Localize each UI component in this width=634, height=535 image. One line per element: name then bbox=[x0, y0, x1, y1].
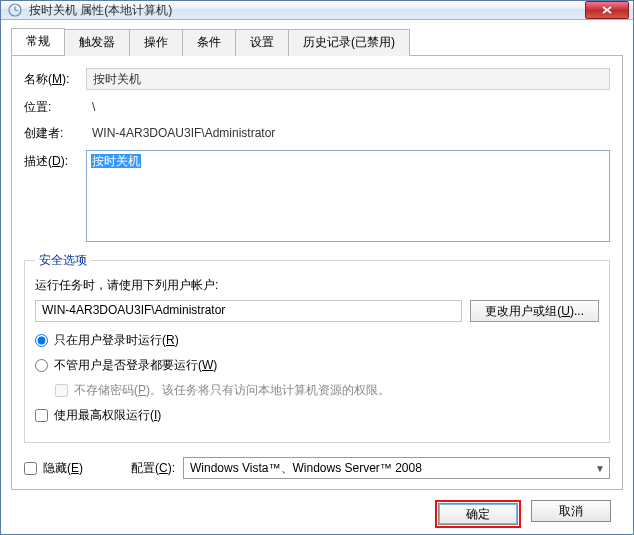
ok-button-highlight: 确定 bbox=[435, 500, 521, 528]
svg-line-2 bbox=[15, 10, 18, 11]
tab-triggers[interactable]: 触发器 bbox=[64, 29, 130, 56]
window-title: 按时关机 属性(本地计算机) bbox=[29, 2, 585, 19]
highest-privileges-label: 使用最高权限运行(I) bbox=[54, 407, 161, 424]
run-only-logged-on-input[interactable] bbox=[35, 334, 48, 347]
no-store-password-checkbox: 不存储密码(P)。该任务将只有访问本地计算机资源的权限。 bbox=[55, 382, 599, 399]
highest-privileges-checkbox[interactable]: 使用最高权限运行(I) bbox=[35, 407, 599, 424]
dialog-footer: 确定 取消 bbox=[11, 490, 623, 535]
location-value: \ bbox=[86, 98, 610, 116]
configure-for-value: Windows Vista™、Windows Server™ 2008 bbox=[190, 460, 422, 477]
run-as-label: 运行任务时，请使用下列用户帐户: bbox=[35, 277, 599, 294]
account-field: WIN-4AR3DOAU3IF\Administrator bbox=[35, 300, 462, 322]
description-textarea[interactable]: 按时关机 bbox=[86, 150, 610, 242]
change-user-button[interactable]: 更改用户或组(U)... bbox=[470, 300, 599, 322]
configure-for-label: 配置(C): bbox=[131, 460, 175, 477]
run-whether-logged-input[interactable] bbox=[35, 359, 48, 372]
tab-conditions[interactable]: 条件 bbox=[182, 29, 236, 56]
run-only-logged-on-radio[interactable]: 只在用户登录时运行(R) bbox=[35, 332, 599, 349]
dialog-content: 常规 触发器 操作 条件 设置 历史记录(已禁用) 名称(M): 按时关机 位置… bbox=[1, 20, 633, 535]
tab-history[interactable]: 历史记录(已禁用) bbox=[288, 29, 410, 56]
dialog-window: 按时关机 属性(本地计算机) 常规 触发器 操作 条件 设置 历史记录(已禁用)… bbox=[0, 0, 634, 535]
chevron-down-icon: ▼ bbox=[595, 463, 605, 474]
security-options-group: 安全选项 运行任务时，请使用下列用户帐户: WIN-4AR3DOAU3IF\Ad… bbox=[24, 252, 610, 443]
name-label: 名称(M): bbox=[24, 71, 86, 88]
clock-icon bbox=[7, 2, 23, 18]
no-store-password-label: 不存储密码(P)。该任务将只有访问本地计算机资源的权限。 bbox=[74, 382, 390, 399]
close-button[interactable] bbox=[585, 1, 629, 19]
hidden-input[interactable] bbox=[24, 462, 37, 475]
tab-general[interactable]: 常规 bbox=[11, 28, 65, 55]
tab-actions[interactable]: 操作 bbox=[129, 29, 183, 56]
hidden-label: 隐藏(E) bbox=[43, 460, 83, 477]
run-only-logged-on-label: 只在用户登录时运行(R) bbox=[54, 332, 179, 349]
ok-button[interactable]: 确定 bbox=[438, 503, 518, 525]
close-icon bbox=[602, 3, 612, 17]
cancel-button[interactable]: 取消 bbox=[531, 500, 611, 522]
no-store-password-input bbox=[55, 384, 68, 397]
run-whether-logged-label: 不管用户是否登录都要运行(W) bbox=[54, 357, 217, 374]
hidden-checkbox[interactable]: 隐藏(E) bbox=[24, 460, 83, 477]
location-label: 位置: bbox=[24, 99, 86, 116]
name-field[interactable]: 按时关机 bbox=[86, 68, 610, 90]
description-value: 按时关机 bbox=[91, 154, 141, 168]
titlebar: 按时关机 属性(本地计算机) bbox=[1, 1, 633, 20]
tab-settings[interactable]: 设置 bbox=[235, 29, 289, 56]
tab-strip: 常规 触发器 操作 条件 设置 历史记录(已禁用) bbox=[11, 28, 623, 56]
run-whether-logged-radio[interactable]: 不管用户是否登录都要运行(W) bbox=[35, 357, 599, 374]
creator-value: WIN-4AR3DOAU3IF\Administrator bbox=[86, 124, 610, 142]
highest-privileges-input[interactable] bbox=[35, 409, 48, 422]
creator-label: 创建者: bbox=[24, 125, 86, 142]
description-label: 描述(D): bbox=[24, 150, 86, 170]
configure-for-select[interactable]: Windows Vista™、Windows Server™ 2008 ▼ bbox=[183, 457, 610, 479]
general-pane: 名称(M): 按时关机 位置: \ 创建者: WIN-4AR3DOAU3IF\A… bbox=[11, 56, 623, 490]
security-legend: 安全选项 bbox=[35, 252, 91, 269]
